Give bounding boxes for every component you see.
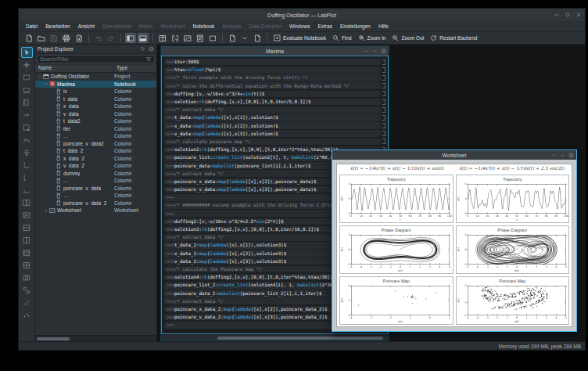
console-entry[interactable]: >>>t_data:map(lambda([x],x[1]),solution)… [164,113,385,121]
console-entry[interactable]: >>>duffing:[v,-v/10+x-x^3/4+sin(t)]$ [164,90,385,98]
project-explorer-header[interactable]: Project Explorer [35,45,156,54]
menu-einstellungen[interactable]: Einstellungen [336,22,375,31]
console-entry[interactable]: >>>iter:500$ [164,58,385,66]
tree-item-x-data-2[interactable]: x_data_2Column [35,155,156,163]
menu-notebook[interactable]: Notebook [189,22,219,31]
image-tool-icon[interactable] [21,210,33,221]
minimize-icon[interactable] [554,12,560,18]
crosshair-tool-icon[interactable] [21,59,33,70]
select-region-tool-icon[interactable] [21,122,33,133]
console-entry[interactable]: >>>/* extract data */ [164,106,385,113]
points-tool-icon[interactable] [21,310,33,321]
matrix-icon[interactable] [170,33,181,43]
tree-item-[interactable]: …Column [35,132,156,140]
find-button[interactable]: Find [329,34,355,42]
tree-item-t-data[interactable]: t_dataColumn [35,95,156,103]
close-icon[interactable] [575,12,582,18]
cursor-tool-icon[interactable] [21,47,33,58]
grid-c-tool-icon[interactable] [21,247,33,258]
export-pdf-icon[interactable] [74,33,84,43]
console-entry[interactable]: >>>/* calculate poincare map */ [164,138,385,146]
console-entry[interactable]: >>>solution:rk(duffing,[x,v],[0,0],[t,0,… [164,98,385,106]
new-file-icon[interactable] [252,33,263,43]
new-file-icon[interactable] [227,33,238,43]
titlebar[interactable]: Duffing Oscillator — LabPlot [19,9,585,21]
layout-c-tool-icon[interactable] [21,285,33,296]
print-icon[interactable] [61,33,72,43]
console-entry[interactable]: >>>/* first example with the driving for… [164,74,385,81]
grid-a-tool-icon[interactable] [21,222,33,233]
menu-bearbeiten[interactable]: Bearbeiten [41,22,74,31]
menu-extras[interactable]: Extras [314,22,335,31]
worksheet-maximize-icon[interactable] [560,153,565,158]
shift-x-tool-icon[interactable] [21,110,33,121]
restart-backend-button[interactable]: Restart Backend [427,34,480,42]
tree-item-duffing-oscillator[interactable]: Duffing OscillatorProject [35,73,156,81]
spreadsheet-icon[interactable] [157,33,168,43]
column-header-type[interactable]: Type [114,65,156,72]
open-file-icon[interactable] [36,33,47,43]
worksheet-view[interactable]: ẍ(t) = −1/4x³(t) + x(t) − 1/10ẋ(t) + sin… [332,160,576,331]
axis-left-tool-icon[interactable] [21,172,33,183]
tree-item-t-data2[interactable]: t_data2Column [35,117,156,125]
maxima-maximize-icon[interactable] [372,49,378,54]
tree-item-maxima[interactable]: MaximaNotebook [35,81,156,88]
dock-left-icon[interactable] [125,33,136,43]
new-file-icon[interactable] [23,33,34,43]
collapse-arrow-icon[interactable] [43,81,48,86]
maximize-icon[interactable] [565,12,571,18]
zoom-in-button[interactable]: Zoom In [355,34,389,42]
zoom-x-select-tool-icon[interactable] [21,85,33,95]
menu-datei[interactable]: Datei [22,22,41,31]
evaluate-notebook-button[interactable]: Evaluate Notebook [271,34,329,42]
tree-item-dummy[interactable]: dummyColumn [35,170,156,178]
console-entry[interactable]: >>>x_data:map(lambda([x],x[2]),solution)… [164,122,385,130]
filter-icon[interactable] [145,56,152,63]
tree-item-poincare-v-data[interactable]: poincare_v_dataColumn [35,185,156,193]
console-entry[interactable]: >>>v_data:map(lambda([x],x[3]),solution)… [164,130,385,138]
expand-arrow-icon[interactable] [43,208,48,213]
notebook-icon[interactable] [195,33,206,43]
tree-item-worksheet[interactable]: WorksheetWorksheet [35,207,156,214]
maxima-titlebar[interactable]: Maxima [161,46,389,56]
tree-item-t-data-2[interactable]: t_data_2Column [35,147,156,155]
close-dock-icon[interactable] [149,46,154,52]
menu-ansicht[interactable]: Ansicht [74,22,99,31]
zoom-y-select-tool-icon[interactable] [21,97,33,108]
navigate-tool-icon[interactable] [21,147,33,158]
tree-item-x-data[interactable]: x_dataColumn [35,103,156,110]
peak-tool-icon[interactable] [21,135,33,146]
curve-tool-icon[interactable] [21,297,33,308]
layout-a-tool-icon[interactable] [21,260,33,271]
tree-item-poincare-v-data2[interactable]: poincare_v_data2Column [35,140,156,148]
two-plots-tool-icon[interactable] [21,197,33,208]
dock-bottom-icon[interactable] [138,33,149,43]
tree-item-v-data[interactable]: v_dataColumn [35,110,156,118]
tree-item-[interactable]: …Column [35,177,156,185]
worksheet-icon[interactable] [182,33,193,43]
collapse-arrow-icon[interactable] [37,74,42,79]
tree-item-[interactable]: …Column [35,192,156,200]
menu-hilfe[interactable]: Hilfe [375,22,393,31]
menu-windows[interactable]: Windows [285,22,314,31]
zoom-select-icon[interactable] [207,33,218,43]
float-dock-icon[interactable] [140,46,145,52]
tree-column-header[interactable]: Name Type [35,65,156,73]
console-entry[interactable]: >>>%tau:bfloat(%pi)$ [164,66,385,74]
tree-item-v-data-2[interactable]: v_data_2Column [35,162,156,170]
tree-item-iter[interactable]: iterColumn [35,125,156,133]
worksheet-titlebar[interactable]: Worksheet [332,150,576,160]
console-hscrollbar[interactable] [161,334,389,340]
zoom-out-button[interactable]: Zoom Out [389,34,427,42]
worksheet-minimize-icon[interactable] [551,153,557,158]
column-header-name[interactable]: Name [35,65,114,72]
caret-down-icon[interactable] [239,33,250,43]
zoom-select-tool-icon[interactable] [21,72,33,83]
layout-b-tool-icon[interactable] [21,272,33,283]
maxima-close-icon[interactable] [381,49,386,54]
explorer-hscrollbar[interactable] [35,335,156,341]
tree-item-poincare-v-data-2[interactable]: poincare_v_data_2Column [35,200,156,207]
worksheet-close-icon[interactable] [568,153,574,158]
axis-corner-tool-icon[interactable] [21,160,33,171]
axis-bottom-tool-icon[interactable] [21,185,33,196]
